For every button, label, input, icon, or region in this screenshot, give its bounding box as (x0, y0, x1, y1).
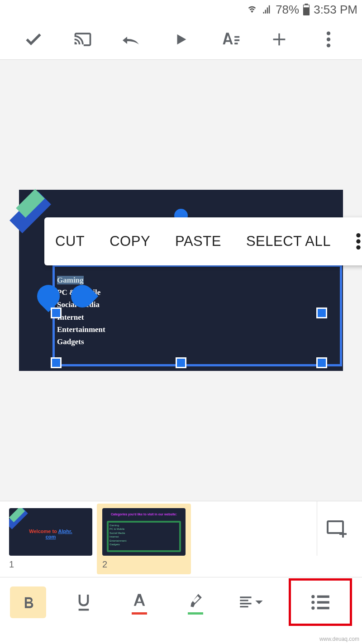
top-toolbar (0, 19, 362, 60)
text-color-button[interactable] (121, 586, 157, 618)
svg-rect-2 (304, 7, 309, 15)
bold-button[interactable] (10, 586, 46, 618)
svg-rect-10 (328, 521, 343, 533)
add-button[interactable] (266, 26, 293, 53)
svg-point-9 (356, 245, 360, 250)
done-button[interactable] (20, 26, 47, 53)
svg-rect-3 (304, 5, 309, 8)
svg-point-8 (356, 239, 360, 243)
list-item[interactable]: Gaming (57, 276, 84, 284)
svg-rect-15 (317, 601, 329, 603)
slide-thumb-1[interactable]: Welcome to Alphr.com 1 (9, 508, 92, 570)
list-button[interactable] (289, 578, 352, 626)
cast-icon[interactable] (69, 26, 96, 53)
new-slide-button[interactable] (317, 501, 357, 556)
battery-icon (303, 4, 310, 15)
resize-handle[interactable] (51, 308, 62, 318)
svg-point-14 (311, 601, 314, 604)
resize-handle[interactable] (316, 308, 327, 318)
slide-thumb-2[interactable]: Categories you'd like to visit in our we… (97, 504, 191, 574)
svg-rect-1 (305, 4, 308, 5)
svg-rect-11 (79, 609, 89, 610)
battery-percent: 78% (276, 3, 299, 17)
svg-point-5 (326, 37, 330, 41)
highlight-button[interactable] (177, 586, 214, 618)
more-icon[interactable] (315, 26, 342, 53)
svg-point-6 (326, 43, 330, 47)
copy-button[interactable]: COPY (110, 233, 150, 250)
paste-button[interactable]: PASTE (175, 233, 221, 250)
selection-handle-right[interactable] (67, 280, 99, 312)
watermark: www.deuaq.com (319, 636, 359, 642)
play-icon[interactable] (167, 26, 195, 53)
resize-handle[interactable] (176, 357, 186, 368)
svg-point-4 (326, 31, 330, 35)
status-bar: 78% 3:53 PM (0, 0, 362, 19)
list-item[interactable]: Gadgets (57, 336, 105, 348)
signal-icon (262, 5, 272, 14)
text-selection-handles[interactable] (37, 285, 94, 308)
resize-handle[interactable] (316, 357, 327, 368)
slide-filmstrip: Welcome to Alphr.com 1 Categories you'd … (0, 501, 362, 577)
list-item[interactable]: Internet (57, 311, 105, 323)
svg-point-16 (311, 606, 314, 610)
slide-canvas[interactable]: Gaming PC & Mobile Social Media Internet… (0, 60, 362, 501)
underline-button[interactable] (66, 586, 102, 618)
resize-handle[interactable] (51, 357, 62, 368)
format-toolbar (0, 577, 362, 627)
list-item[interactable]: Entertainment (57, 323, 105, 336)
undo-icon[interactable] (118, 26, 145, 53)
context-menu: CUT COPY PASTE SELECT ALL (44, 217, 362, 265)
current-slide[interactable]: Gaming PC & Mobile Social Media Internet… (19, 190, 343, 371)
wifi-icon (246, 5, 258, 14)
svg-rect-13 (317, 595, 329, 597)
thumb-number: 1 (9, 559, 14, 570)
svg-point-12 (311, 595, 314, 598)
context-more-icon[interactable] (356, 232, 361, 250)
svg-rect-17 (317, 606, 329, 609)
cut-button[interactable]: CUT (55, 233, 85, 250)
select-all-button[interactable]: SELECT ALL (246, 233, 331, 250)
align-button[interactable] (233, 586, 269, 618)
thumb-number: 2 (102, 559, 107, 570)
text-format-icon[interactable] (217, 26, 244, 53)
clock-time: 3:53 PM (314, 3, 357, 17)
svg-point-7 (356, 233, 360, 237)
